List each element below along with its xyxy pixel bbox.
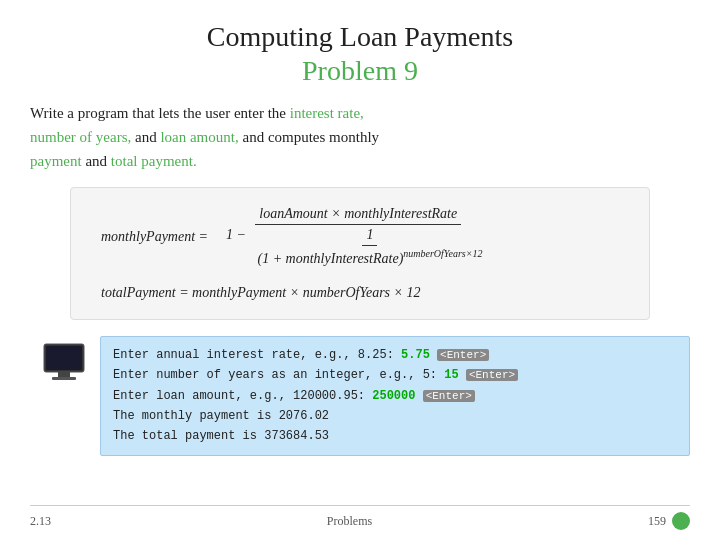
footer-left: 2.13: [30, 514, 51, 529]
highlight-total-payment: total payment.: [111, 153, 197, 169]
inner-denominator: (1 + monthlyInterestRate)numberOfYears×1…: [254, 246, 487, 267]
total-formula: totalPayment = monthlyPayment × numberOf…: [101, 285, 421, 301]
enter-key-2: <Enter>: [466, 369, 518, 381]
sub-title: Problem 9: [30, 54, 690, 88]
terminal-line-2: Enter number of years as an integer, e.g…: [113, 365, 677, 385]
input-years: 15: [444, 368, 458, 382]
svg-rect-3: [52, 377, 76, 380]
terminal-line-3: Enter loan amount, e.g., 120000.95: 2500…: [113, 386, 677, 406]
terminal-box: Enter annual interest rate, e.g., 8.25: …: [100, 336, 690, 456]
input-loan: 250000: [372, 389, 415, 403]
highlight-number-years: number of years,: [30, 129, 131, 145]
footer-dot-icon: [672, 512, 690, 530]
total-formula-row: totalPayment = monthlyPayment × numberOf…: [101, 285, 421, 301]
monthly-numerator: loanAmount × monthlyInterestRate: [255, 206, 461, 225]
footer-center: Problems: [327, 514, 372, 529]
monthly-formula-row: monthlyPayment = loanAmount × monthlyInt…: [101, 206, 498, 267]
exponent: numberOfYears×12: [403, 248, 482, 259]
footer: 2.13 Problems 159: [30, 505, 690, 530]
highlight-interest-rate: interest rate,: [290, 105, 364, 121]
terminal-section: Enter annual interest rate, e.g., 8.25: …: [40, 336, 690, 456]
page: Computing Loan Payments Problem 9 Write …: [0, 0, 720, 540]
monitor-svg: [40, 340, 88, 388]
inner-fraction: 1 (1 + monthlyInterestRate)numberOfYears…: [254, 227, 487, 267]
formula-box: monthlyPayment = loanAmount × monthlyInt…: [70, 187, 650, 320]
svg-rect-1: [46, 346, 82, 370]
highlight-loan-amount: loan amount,: [160, 129, 238, 145]
footer-right: 159: [648, 512, 690, 530]
enter-key-1: <Enter>: [437, 349, 489, 361]
input-interest-rate: 5.75: [401, 348, 430, 362]
terminal-line-4: The monthly payment is 2076.02: [113, 406, 677, 426]
svg-rect-2: [58, 372, 70, 377]
terminal-line-1: Enter annual interest rate, e.g., 8.25: …: [113, 345, 677, 365]
highlight-payment: payment: [30, 153, 82, 169]
terminal-line-5: The total payment is 373684.53: [113, 426, 677, 446]
title-section: Computing Loan Payments Problem 9: [30, 20, 690, 87]
monthly-denominator: 1 − 1 (1 + monthlyInterestRate)numberOfY…: [222, 225, 494, 267]
monthly-lhs: monthlyPayment =: [101, 229, 208, 245]
inner-numerator: 1: [362, 227, 377, 246]
monitor-icon: [40, 340, 88, 456]
description: Write a program that lets the user enter…: [30, 101, 690, 173]
footer-page-number: 159: [648, 514, 666, 529]
main-title: Computing Loan Payments: [30, 20, 690, 54]
enter-key-3: <Enter>: [423, 390, 475, 402]
monthly-fraction: loanAmount × monthlyInterestRate 1 − 1 (…: [222, 206, 494, 267]
